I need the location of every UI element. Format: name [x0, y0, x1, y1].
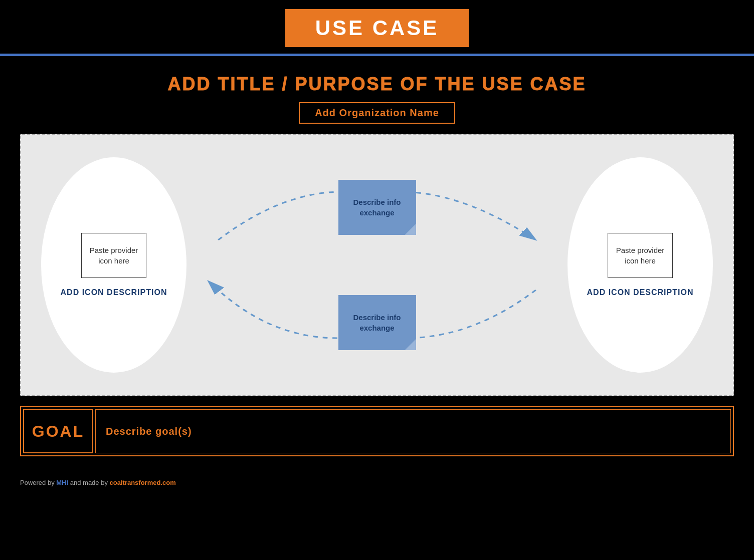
- goal-label: GOAL: [32, 422, 84, 441]
- separator: [0, 54, 754, 59]
- left-provider-circle: Paste provider icon here ADD ICON DESCRI…: [41, 157, 186, 373]
- right-provider-label: ADD ICON DESCRIPTION: [587, 288, 694, 297]
- right-provider-icon-box[interactable]: Paste provider icon here: [608, 233, 673, 278]
- diagram-container: Paste provider icon here ADD ICON DESCRI…: [20, 134, 734, 396]
- footer-text: Powered by MHI and made by coaltransform…: [20, 479, 176, 486]
- use-case-badge: USE CASE: [285, 9, 469, 47]
- goal-section: GOAL Describe goal(s): [20, 406, 734, 456]
- goal-content[interactable]: Describe goal(s): [95, 409, 731, 453]
- footer: Powered by MHI and made by coaltransform…: [0, 476, 754, 489]
- middle-section: Describe info exchange Describe info exc…: [186, 150, 568, 380]
- goal-label-box: GOAL: [23, 409, 93, 453]
- left-provider-icon-box[interactable]: Paste provider icon here: [81, 233, 146, 278]
- right-provider-icon-label: Paste provider icon here: [608, 245, 672, 266]
- footer-brand2: coaltransformed.com: [110, 479, 176, 486]
- left-provider-label: ADD ICON DESCRIPTION: [61, 288, 167, 297]
- top-sticky-note: Describe info exchange: [338, 180, 416, 235]
- title-section: ADD TITLE / PURPOSE OF THE USE CASE: [20, 74, 734, 95]
- main-content: ADD TITLE / PURPOSE OF THE USE CASE Add …: [0, 59, 754, 476]
- bottom-sticky-note: Describe info exchange: [338, 295, 416, 350]
- footer-powered: Powered by: [20, 479, 55, 486]
- org-name-box[interactable]: Add Organization Name: [299, 102, 455, 124]
- goal-describe: Describe goal(s): [106, 426, 192, 437]
- org-name-wrapper: Add Organization Name: [20, 102, 734, 124]
- main-title: ADD TITLE / PURPOSE OF THE USE CASE: [20, 74, 734, 95]
- bottom-note-text: Describe info exchange: [344, 312, 410, 333]
- footer-brand1: MHI: [56, 479, 68, 486]
- header: USE CASE: [0, 0, 754, 52]
- separator-line: [0, 54, 754, 56]
- right-provider-circle: Paste provider icon here ADD ICON DESCRI…: [568, 157, 713, 373]
- footer-connector: and made by: [70, 479, 108, 486]
- top-note-text: Describe info exchange: [344, 197, 410, 218]
- diagram-inner: Paste provider icon here ADD ICON DESCRI…: [41, 150, 713, 380]
- left-provider-icon-label: Paste provider icon here: [82, 245, 146, 266]
